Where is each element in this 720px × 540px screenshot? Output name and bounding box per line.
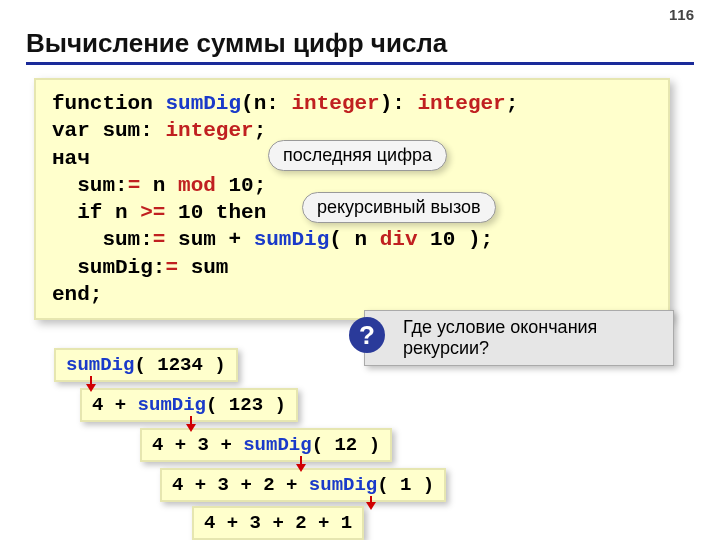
question-box: ? Где условие окончания рекурсии? bbox=[364, 310, 674, 366]
question-icon: ? bbox=[349, 317, 385, 353]
bubble-recursive-call: рекурсивный вызов bbox=[302, 192, 496, 223]
question-text: Где условие окончания рекурсии? bbox=[403, 317, 597, 358]
arrow-icon bbox=[190, 416, 192, 430]
page-title: Вычисление суммы цифр числа bbox=[26, 28, 694, 65]
bubble-last-digit: последняя цифра bbox=[268, 140, 447, 171]
step-3: 4 + 3 + sumDig( 12 ) bbox=[140, 428, 392, 462]
code-line-8: end; bbox=[52, 281, 652, 308]
arrow-icon bbox=[90, 376, 92, 390]
step-5: 4 + 3 + 2 + 1 bbox=[192, 506, 364, 540]
code-line-7: sumDig:= sum bbox=[52, 254, 652, 281]
step-1: sumDig( 1234 ) bbox=[54, 348, 238, 382]
arrow-icon bbox=[370, 496, 372, 508]
step-2: 4 + sumDig( 123 ) bbox=[80, 388, 298, 422]
code-line-1: function sumDig(n: integer): integer; bbox=[52, 90, 652, 117]
page-number: 116 bbox=[669, 6, 694, 23]
arrow-icon bbox=[300, 456, 302, 470]
step-4: 4 + 3 + 2 + sumDig( 1 ) bbox=[160, 468, 446, 502]
code-line-6: sum:= sum + sumDig( n div 10 ); bbox=[52, 226, 652, 253]
